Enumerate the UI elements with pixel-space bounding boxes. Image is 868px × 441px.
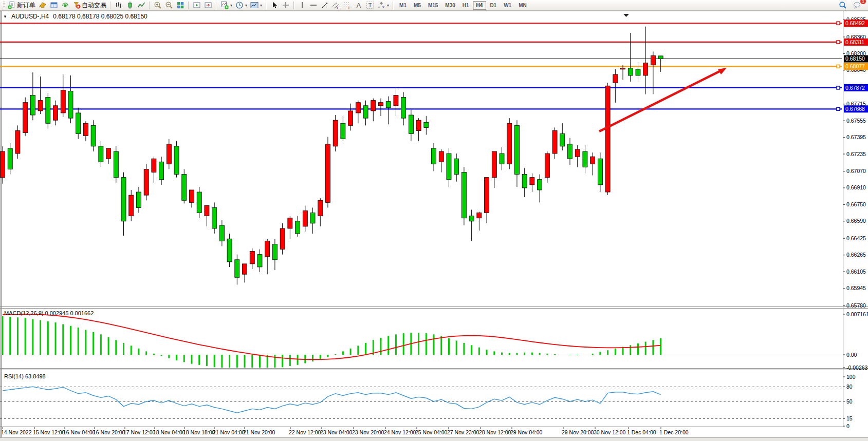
periods-button[interactable]: ▾ (234, 1, 249, 10)
candle-body (469, 216, 474, 221)
candle-body (235, 260, 239, 277)
zoomin-icon (154, 1, 162, 9)
candle-body (197, 192, 201, 213)
candle-body (136, 192, 141, 207)
candlestick-chart-button[interactable] (124, 1, 136, 10)
chevron-down-icon[interactable]: ▾ (387, 3, 389, 8)
candle-body (492, 151, 496, 178)
timeframe-button-m1[interactable]: M1 (396, 1, 410, 10)
timeframe-button-w1[interactable]: W1 (500, 1, 515, 10)
timeframe-button-d1[interactable]: D1 (486, 1, 500, 10)
templates-button[interactable]: ▾ (249, 1, 264, 10)
toolbar-separator (393, 2, 394, 9)
horizontal-line-button[interactable] (308, 1, 319, 10)
candle-body (144, 169, 149, 195)
docplus-icon (8, 1, 16, 9)
timeframe-button-h4[interactable]: H4 (473, 1, 487, 10)
vertical-line-button[interactable] (297, 1, 308, 10)
cursor-button[interactable] (269, 1, 280, 10)
candle-body (30, 95, 35, 116)
candle-body (636, 69, 640, 75)
chart-shift-button[interactable] (202, 1, 214, 10)
candle-body (99, 146, 103, 162)
candle-body (280, 228, 285, 250)
signal-icon (61, 1, 69, 9)
search-button[interactable] (837, 1, 848, 10)
trendline-button[interactable] (319, 1, 330, 10)
time-axis-label: 14 Nov 2022 (1, 429, 32, 435)
label-button[interactable]: T (364, 1, 376, 10)
timeframe-button-m5[interactable]: M5 (410, 1, 424, 10)
line-drag-handle[interactable] (837, 65, 840, 68)
timeframe-button-mn[interactable]: MN (515, 1, 530, 10)
price-line-tag-label: 0.68492 (845, 20, 865, 26)
fibo-icon: F (343, 1, 352, 9)
macd-axis-label: 0.00 (846, 352, 857, 358)
price-axis-tick-label: 0.66750 (846, 201, 866, 207)
fibonacci-button[interactable]: F (342, 1, 353, 10)
current-price-tag-label: 0.68150 (845, 55, 865, 62)
chevron-down-icon[interactable]: ▾ (230, 3, 232, 8)
market-watch-button[interactable] (48, 1, 60, 10)
chevron-down-icon[interactable]: ▾ (260, 3, 262, 8)
candle-body (296, 221, 300, 234)
macd-axis-label: -0.002638 (846, 365, 868, 371)
candle-body (325, 144, 330, 203)
candle-body (447, 154, 451, 180)
chart-profile-button[interactable] (37, 1, 48, 10)
bottom-strip (0, 438, 868, 441)
line-drag-handle[interactable] (837, 107, 840, 110)
zoom-in-button[interactable] (152, 1, 163, 10)
timeframe-button-h1[interactable]: H1 (459, 1, 473, 10)
crosshair-button[interactable] (280, 1, 291, 10)
candle-body (356, 103, 360, 113)
candle-body (386, 102, 391, 108)
bar-chart-button[interactable] (113, 1, 124, 10)
candle-body (205, 205, 209, 216)
time-axis-label: 23 Nov 04:00 (320, 429, 353, 435)
rsi-indicator-label: RSI(14) 63.8498 (4, 373, 46, 379)
line-chart-button[interactable] (136, 1, 147, 10)
timeframe-button-m15[interactable]: M15 (424, 1, 441, 10)
clock-icon (235, 1, 244, 9)
indicators-icon (220, 1, 229, 9)
time-axis-label: 18 Nov 04:00 (153, 429, 186, 435)
line-drag-handle[interactable] (837, 22, 840, 25)
auto-scroll-button[interactable] (191, 1, 202, 10)
tile-windows-button[interactable] (175, 1, 186, 10)
chevron-down-icon[interactable]: ▾ (245, 3, 247, 8)
text-button[interactable]: A (353, 1, 364, 10)
svg-text:E: E (337, 6, 340, 10)
chat-button[interactable]: 1 (852, 1, 863, 10)
chart-menu-arrow[interactable]: ▼ (3, 14, 7, 19)
tline-icon (321, 1, 329, 9)
time-axis-label: 27 Nov 23:00 (447, 429, 479, 435)
rsi-axis-label: 100 (846, 374, 856, 380)
new-order-button[interactable]: 新订单 (6, 1, 37, 10)
candle-body (272, 244, 277, 259)
auto-trading-button[interactable]: 自动交易 (71, 1, 108, 10)
channel-button[interactable]: E (330, 1, 342, 10)
candle-body (250, 252, 254, 264)
signals-button[interactable] (60, 1, 71, 10)
price-line-tag-label: 0.68077 (845, 63, 865, 69)
candle-body (500, 154, 504, 164)
candle-body (243, 264, 247, 274)
zoom-out-button[interactable] (163, 1, 175, 10)
candle-body (46, 98, 50, 124)
time-axis-label: 25 Nov 04:00 (415, 429, 448, 435)
line-drag-handle[interactable] (837, 41, 840, 44)
shapes-button[interactable]: ▾ (376, 1, 391, 10)
candle-body (621, 68, 625, 69)
candle-body (605, 86, 610, 192)
time-axis-label: 22 Nov 12:00 (289, 429, 321, 435)
crosshair-icon (282, 1, 290, 9)
candle-body (461, 172, 466, 218)
indicators-button[interactable]: ▾ (219, 1, 234, 10)
timeframe-button-m30[interactable]: M30 (441, 1, 458, 10)
vline-icon (298, 1, 306, 9)
toolbar-separator (149, 2, 150, 9)
line-drag-handle[interactable] (837, 86, 840, 89)
autotrade-icon (72, 1, 81, 9)
toolbar-separator (266, 2, 267, 9)
